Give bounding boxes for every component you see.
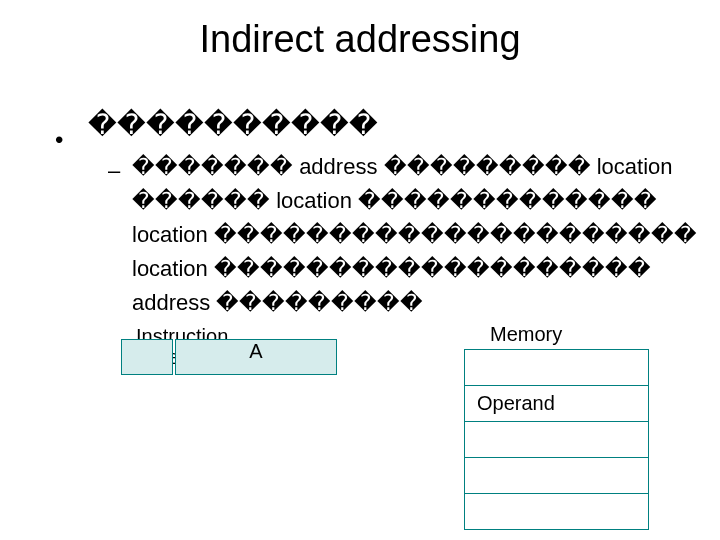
memory-row bbox=[465, 458, 649, 494]
instruction-table: A bbox=[119, 337, 339, 377]
body-line2-b: ������������� bbox=[358, 188, 657, 213]
memory-label: Memory bbox=[490, 323, 562, 346]
memory-table: Operand bbox=[464, 349, 649, 530]
body-line4-location: location bbox=[132, 256, 208, 281]
memory-row bbox=[465, 422, 649, 458]
body-line4-b: ������������������� bbox=[214, 256, 651, 281]
body-line3-location: location bbox=[132, 222, 208, 247]
instruction-address-cell: A bbox=[175, 339, 337, 375]
body-line1-b: ��������� bbox=[384, 154, 591, 179]
bullet-marker: • bbox=[55, 128, 63, 152]
body-line5-b: ��������� bbox=[216, 290, 423, 315]
memory-row bbox=[465, 350, 649, 386]
body-line2-location: location bbox=[276, 188, 352, 213]
instruction-opcode-cell bbox=[121, 339, 173, 375]
sub-bullet-marker: – bbox=[108, 158, 120, 184]
body-text: ������� address ��������� location �����… bbox=[132, 150, 720, 320]
body-line1-location: location bbox=[597, 154, 673, 179]
body-line5-address: address bbox=[132, 290, 210, 315]
body-line2-a: ������ bbox=[132, 188, 270, 213]
memory-row bbox=[465, 494, 649, 530]
slide-title: Indirect addressing bbox=[0, 18, 720, 61]
memory-row-operand: Operand bbox=[465, 386, 649, 422]
body-line3-b: ��������������������� bbox=[214, 222, 697, 247]
body-line1-a: ������� bbox=[132, 154, 293, 179]
slide: Indirect addressing • ���������� – �����… bbox=[0, 0, 720, 540]
body-line1-address: address bbox=[299, 154, 377, 179]
bullet-text: ���������� bbox=[88, 108, 378, 141]
